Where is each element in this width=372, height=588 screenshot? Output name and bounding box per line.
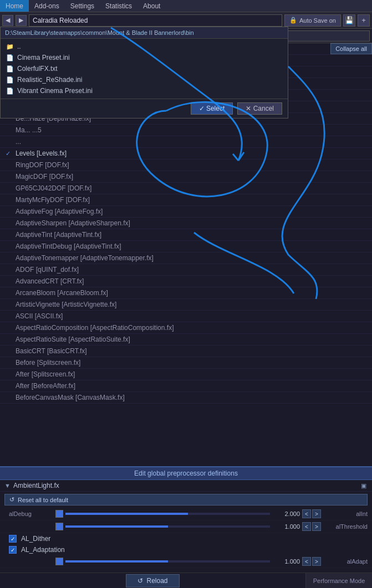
cancel-button[interactable]: ✕ Cancel: [237, 102, 282, 115]
file-icon: 📄: [6, 87, 14, 95]
step-buttons: < >: [302, 522, 321, 531]
param-var-name: alInt: [323, 510, 368, 517]
list-item[interactable]: ...: [0, 136, 372, 148]
autosave-label: Auto Save on: [299, 17, 336, 24]
param-slider[interactable]: [65, 525, 270, 528]
list-item[interactable]: RingDOF [DOF.fx]: [0, 159, 372, 171]
list-item[interactable]: Levels [Levels.fx]: [0, 148, 372, 159]
file-item-name: ..: [17, 43, 21, 50]
list-item[interactable]: AdaptiveSharpen [AdaptiveSharpen.fx]: [0, 218, 372, 229]
list-item[interactable]: BeforeCanvasMask [CanvasMask.fx]: [0, 392, 372, 404]
file-item-colourful[interactable]: 📄 ColerfulFX.txt: [1, 63, 288, 74]
collapse-all-button[interactable]: Collapse all: [330, 43, 372, 54]
add-preset-button[interactable]: +: [358, 14, 370, 27]
menu-addons[interactable]: Add-ons: [29, 0, 65, 12]
back-button[interactable]: ◀: [2, 15, 13, 26]
list-item[interactable]: AspectRatioComposition [AspectRatioCompo…: [0, 322, 372, 334]
step-buttons: < >: [302, 509, 321, 518]
list-item[interactable]: AdvancedCRT [CRT.fx]: [0, 276, 372, 287]
reload-icon: ↺: [137, 577, 143, 585]
file-item-parent[interactable]: 📁 ..: [1, 41, 288, 52]
file-path: D:\SteamLibrary\steamapps\common\Mount &…: [1, 27, 288, 39]
performance-mode-label: Performance Mode: [305, 572, 372, 588]
list-item[interactable]: ASCII [ASCII.fx]: [0, 311, 372, 322]
param-value: 1.000: [272, 523, 300, 530]
file-item-name: Realistic_ReShade.ini: [17, 76, 82, 84]
select-label: Select: [206, 105, 225, 112]
list-item[interactable]: ArtisticVignette [ArtisticVignette.fx]: [0, 299, 372, 311]
param-var-name: alAdapt: [323, 558, 368, 565]
color-swatch[interactable]: [55, 510, 63, 518]
reset-icon: ↺: [9, 496, 14, 503]
select-button[interactable]: ✓ Select: [191, 102, 233, 115]
reset-all-button[interactable]: ↺ Reset all to default: [4, 494, 368, 506]
param-var-name: alThreshold: [323, 523, 368, 530]
file-item-name: Vibrant Cinema Preset.ini: [17, 87, 93, 95]
menu-about[interactable]: About: [137, 0, 166, 12]
color-swatch[interactable]: [55, 558, 63, 565]
step-plus-button[interactable]: >: [312, 522, 321, 531]
file-browser-dialog: D:\SteamLibrary\steamapps\common\Mount &…: [0, 27, 288, 118]
menu-bar: Home Add-ons Settings Statistics About: [0, 0, 372, 12]
list-item[interactable]: AdaptiveFog [AdaptiveFog.fx]: [0, 206, 372, 218]
file-list: 📁 .. 📄 Cinema Preset.ini 📄 ColerfulFX.tx…: [1, 39, 288, 99]
param-value: 2.000: [272, 510, 300, 517]
step-plus-button[interactable]: >: [312, 509, 321, 518]
step-minus-button[interactable]: <: [302, 522, 311, 531]
save-button[interactable]: 💾: [343, 14, 355, 27]
list-item[interactable]: GP65CJ042DOF [DOF.fx]: [0, 183, 372, 194]
list-item[interactable]: ArcaneBloom [ArcaneBloom.fx]: [0, 287, 372, 299]
reload-label: Reload: [146, 577, 167, 585]
list-item[interactable]: AdaptiveTintDebug [AdaptiveTint.fx]: [0, 241, 372, 252]
step-minus-button[interactable]: <: [302, 557, 311, 566]
param-row-althreshold: 1.000 < > alThreshold: [0, 520, 372, 533]
list-item[interactable]: After [Splitscreen.fx]: [0, 369, 372, 380]
checkbox-aldither[interactable]: [9, 535, 17, 543]
preprocessor-title: Edit global preprocessor definitions: [0, 467, 372, 480]
checkbox-aldither-label: AL_Dither: [21, 535, 50, 543]
menu-settings[interactable]: Settings: [65, 0, 100, 12]
preprocessor-panel: Edit global preprocessor definitions ▼ A…: [0, 466, 372, 588]
reload-button[interactable]: ↺ Reload: [126, 574, 179, 587]
menu-home[interactable]: Home: [0, 0, 29, 12]
step-minus-button[interactable]: <: [302, 509, 311, 518]
slider-fill: [65, 560, 168, 563]
list-item[interactable]: After [BeforeAfter.fx]: [0, 380, 372, 392]
file-item-name: ColerfulFX.txt: [17, 65, 58, 73]
color-swatch[interactable]: [55, 523, 63, 530]
list-item[interactable]: BasicCRT [BasicCRT.fx]: [0, 345, 372, 357]
dialog-buttons: ✓ Select ✕ Cancel: [1, 99, 288, 118]
list-item[interactable]: AdaptiveTint [AdaptiveTint.fx]: [0, 229, 372, 241]
list-item[interactable]: AspectRatioSuite [AspectRatioSuite.fx]: [0, 334, 372, 345]
section-toggle[interactable]: ▼: [4, 482, 11, 489]
section-collapse-button[interactable]: ▣: [360, 482, 368, 489]
autosave-icon: 🔒: [289, 17, 297, 24]
checkbox-aladaptation-label: AL_Adaptation: [21, 546, 65, 554]
list-item[interactable]: AdaptiveTonemapper [AdaptiveTonemapper.f…: [0, 252, 372, 264]
menu-statistics[interactable]: Statistics: [100, 0, 137, 12]
list-item[interactable]: Before [Splitscreen.fx]: [0, 357, 372, 369]
list-item[interactable]: MartyMcFlyDOF [DOF.fx]: [0, 194, 372, 206]
section-name: AmbientLight.fx: [13, 482, 358, 489]
folder-icon: 📁: [6, 43, 14, 50]
forward-button[interactable]: ▶: [16, 15, 27, 26]
file-item-vibrant[interactable]: 📄 Vibrant Cinema Preset.ini: [1, 85, 288, 96]
param-slider[interactable]: [65, 560, 270, 563]
step-plus-button[interactable]: >: [312, 557, 321, 566]
file-icon: 📄: [6, 76, 14, 84]
preset-name-input[interactable]: [29, 14, 282, 27]
param-value: 1.000: [272, 558, 300, 565]
slider-fill: [65, 525, 168, 528]
file-item-cinema-preset[interactable]: 📄 Cinema Preset.ini: [1, 52, 288, 63]
autosave-button[interactable]: 🔒 Auto Save on: [284, 14, 341, 27]
list-item[interactable]: ADOF [qUINT_dof.fx]: [0, 264, 372, 276]
file-item-realistic[interactable]: 📄 Realistic_ReShade.ini: [1, 74, 288, 85]
list-item[interactable]: MagicDOF [DOF.fx]: [0, 171, 372, 183]
param-row-aladapt: 1.000 < > alAdapt: [0, 555, 372, 568]
checkbox-row-aldither: AL_Dither: [0, 533, 372, 544]
list-item[interactable]: Ma... ...5: [0, 125, 372, 136]
checkmark-icon: ✓: [199, 105, 205, 112]
param-slider[interactable]: [65, 513, 270, 515]
step-buttons: < >: [302, 557, 321, 566]
checkbox-aladaptation[interactable]: [9, 546, 17, 554]
